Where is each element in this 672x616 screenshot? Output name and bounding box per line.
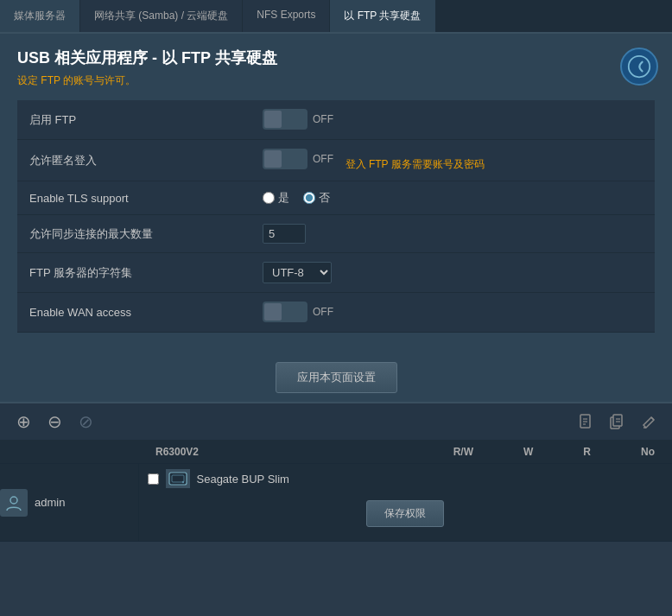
anon-toggle-knob <box>264 150 282 168</box>
device-item: Seagate BUP Slim <box>148 469 664 488</box>
charset-label: FTP 服务器的字符集 <box>17 253 250 293</box>
file-icon[interactable] <box>575 410 598 433</box>
device-drive-icon <box>166 469 190 488</box>
anon-toggle-bg <box>263 149 307 169</box>
charset-row: FTP 服务器的字符集 UTF-8 GBK Big5 <box>17 253 655 293</box>
save-perm-row: 保存权限 <box>148 492 664 536</box>
tls-row: Enable TLS support 是 否 <box>17 181 655 215</box>
main-content: USB 相关应用程序 - 以 FTP 共享硬盘 设定 FTP 的账号与许可。 启… <box>0 34 672 350</box>
tab-bar: 媒体服务器 网络共享 (Samba) / 云端硬盘 NFS Exports 以 … <box>0 0 672 34</box>
tls-yes-option[interactable]: 是 <box>263 190 289 206</box>
ftp-enable-label: 启用 FTP <box>17 100 250 140</box>
perms-cell: Seagate BUP Slim 保存权限 <box>138 464 672 542</box>
no-icon: ⊘ <box>74 410 97 433</box>
remove-icon[interactable]: ⊖ <box>43 410 66 433</box>
tls-no-label: 否 <box>319 190 330 206</box>
bottom-toolbar: ⊕ ⊖ ⊘ <box>0 403 672 441</box>
anon-toggle-label: OFF <box>313 153 333 165</box>
page-subtitle: 设定 FTP 的账号与许可。 <box>17 73 655 88</box>
perms-area: Seagate BUP Slim 保存权限 <box>139 464 673 541</box>
max-connections-input[interactable] <box>263 224 306 244</box>
wan-toggle[interactable]: OFF <box>263 302 333 322</box>
save-permissions-button[interactable]: 保存权限 <box>366 500 444 527</box>
perm-body-row: admin Seagate BUP Slim <box>0 464 672 542</box>
perm-device-header: R6300V2 R/W W R No <box>138 441 672 464</box>
add-icon[interactable]: ⊕ <box>12 410 35 433</box>
user-avatar <box>0 489 28 517</box>
anon-warning: 登入 FTP 服务需要账号及密码 <box>346 158 485 170</box>
max-conn-row: 允许同步连接的最大数量 <box>17 215 655 253</box>
tls-no-radio[interactable] <box>303 192 315 204</box>
anon-login-row: 允许匿名登入 OFF 登入 FTP 服务需要账号及密码 <box>17 140 655 181</box>
tls-no-option[interactable]: 否 <box>303 190 330 206</box>
device-checkbox[interactable] <box>148 473 159 485</box>
ftp-enable-row: 启用 FTP OFF <box>17 100 655 140</box>
tls-yes-radio[interactable] <box>263 192 275 204</box>
page-title: USB 相关应用程序 - 以 FTP 共享硬盘 <box>17 48 655 68</box>
apply-row: 应用本页面设置 <box>0 350 672 402</box>
wan-access-row: Enable WAN access OFF <box>17 293 655 333</box>
svg-point-10 <box>10 497 17 504</box>
tab-samba[interactable]: 网络共享 (Samba) / 云端硬盘 <box>80 0 243 32</box>
ftp-enable-toggle[interactable]: OFF <box>263 109 333 130</box>
anon-toggle[interactable]: OFF <box>263 149 333 169</box>
charset-select[interactable]: UTF-8 GBK Big5 <box>263 262 332 283</box>
device-name: Seagate BUP Slim <box>197 473 289 486</box>
apply-button[interactable]: 应用本页面设置 <box>276 362 397 393</box>
tab-ftp[interactable]: 以 FTP 共享硬盘 <box>330 0 435 32</box>
tab-nfs[interactable]: NFS Exports <box>243 0 330 32</box>
tls-label: Enable TLS support <box>17 181 250 215</box>
perm-header-row: R6300V2 R/W W R No <box>0 441 672 464</box>
user-name: admin <box>35 496 65 509</box>
device-name-header: R6300V2 <box>155 446 199 458</box>
svg-point-13 <box>181 481 183 483</box>
back-button[interactable] <box>620 48 658 86</box>
copy-icon[interactable] <box>606 410 629 433</box>
user-cell: admin <box>0 464 138 542</box>
tls-yes-label: 是 <box>278 190 289 206</box>
settings-table: 启用 FTP OFF 允许匿名登入 OFF 登入 FTP <box>17 100 655 333</box>
ftp-toggle-label: OFF <box>313 113 333 125</box>
ftp-toggle-knob <box>264 111 282 128</box>
w-header: W <box>523 446 533 458</box>
edit-icon[interactable] <box>637 410 660 433</box>
wan-toggle-knob <box>264 303 282 321</box>
tls-radio-group: 是 否 <box>263 190 643 206</box>
perm-user-header <box>0 441 138 464</box>
rw-header: R/W <box>453 446 473 458</box>
ftp-toggle-bg <box>263 109 307 130</box>
r-header: R <box>583 446 591 458</box>
toolbar-left: ⊕ ⊖ ⊘ <box>12 410 97 433</box>
anon-login-label: 允许匿名登入 <box>17 140 250 181</box>
tab-media[interactable]: 媒体服务器 <box>0 0 80 32</box>
wan-access-label: Enable WAN access <box>17 293 250 333</box>
svg-rect-6 <box>613 415 622 426</box>
wan-toggle-bg <box>263 302 307 322</box>
toolbar-right <box>575 410 660 433</box>
wan-toggle-label: OFF <box>313 306 333 318</box>
user-info: admin <box>0 489 138 517</box>
no-header: No <box>641 446 655 458</box>
permissions-table: R6300V2 R/W W R No <box>0 441 672 542</box>
max-conn-label: 允许同步连接的最大数量 <box>17 215 250 253</box>
bottom-panel: ⊕ ⊖ ⊘ <box>0 402 672 542</box>
